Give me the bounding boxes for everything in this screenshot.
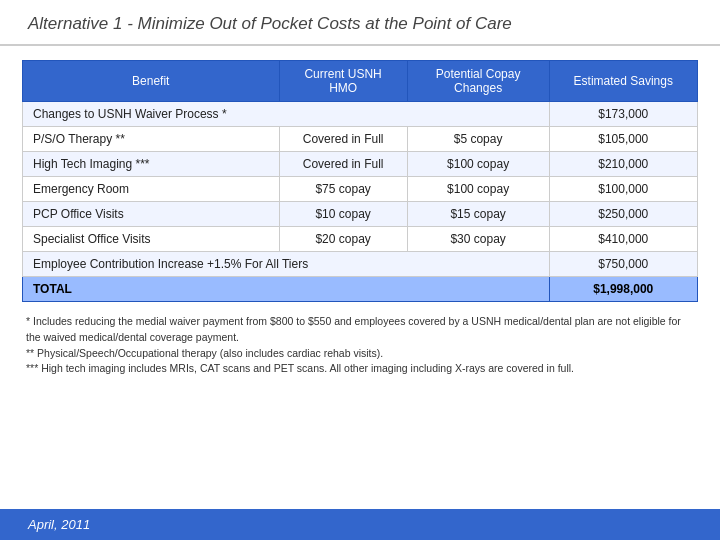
page-title: Alternative 1 - Minimize Out of Pocket C… xyxy=(28,14,692,34)
cell-benefit: High Tech Imaging *** xyxy=(23,152,280,177)
total-label: TOTAL xyxy=(23,277,550,302)
cell-current: $10 copay xyxy=(279,202,407,227)
footnote-2: ** Physical/Speech/Occupational therapy … xyxy=(26,346,694,362)
cell-copay: $15 copay xyxy=(407,202,549,227)
cell-benefit: Employee Contribution Increase +1.5% For… xyxy=(23,252,550,277)
footnote-3: *** High tech imaging includes MRIs, CAT… xyxy=(26,361,694,377)
cell-current: $20 copay xyxy=(279,227,407,252)
table-row: High Tech Imaging ***Covered in Full$100… xyxy=(23,152,698,177)
page-wrapper: Alternative 1 - Minimize Out of Pocket C… xyxy=(0,0,720,540)
footnotes: * Includes reducing the medial waiver pa… xyxy=(22,312,698,379)
cell-savings: $250,000 xyxy=(549,202,698,227)
footnote-1: * Includes reducing the medial waiver pa… xyxy=(26,314,694,346)
title-bar: Alternative 1 - Minimize Out of Pocket C… xyxy=(0,0,720,46)
footer-bar: April, 2011 xyxy=(0,509,720,540)
cell-savings: $210,000 xyxy=(549,152,698,177)
header-savings: Estimated Savings xyxy=(549,61,698,102)
table-row: Changes to USNH Waiver Process *$173,000 xyxy=(23,102,698,127)
header-benefit: Benefit xyxy=(23,61,280,102)
cell-benefit: Changes to USNH Waiver Process * xyxy=(23,102,550,127)
cell-savings: $100,000 xyxy=(549,177,698,202)
table-row: Employee Contribution Increase +1.5% For… xyxy=(23,252,698,277)
cell-copay: $30 copay xyxy=(407,227,549,252)
table-row: Emergency Room$75 copay$100 copay$100,00… xyxy=(23,177,698,202)
cell-copay: $100 copay xyxy=(407,152,549,177)
cell-copay: $100 copay xyxy=(407,177,549,202)
cell-benefit: PCP Office Visits xyxy=(23,202,280,227)
footer-date: April, 2011 xyxy=(28,517,90,532)
cell-benefit: Emergency Room xyxy=(23,177,280,202)
header-copay: Potential Copay Changes xyxy=(407,61,549,102)
cell-savings: $105,000 xyxy=(549,127,698,152)
header-current: Current USNH HMO xyxy=(279,61,407,102)
total-savings: $1,998,000 xyxy=(549,277,698,302)
table-row: PCP Office Visits$10 copay$15 copay$250,… xyxy=(23,202,698,227)
data-table: Benefit Current USNH HMO Potential Copay… xyxy=(22,60,698,302)
table-row: Specialist Office Visits$20 copay$30 cop… xyxy=(23,227,698,252)
main-content: Benefit Current USNH HMO Potential Copay… xyxy=(0,46,720,509)
cell-savings: $750,000 xyxy=(549,252,698,277)
cell-savings: $410,000 xyxy=(549,227,698,252)
cell-savings: $173,000 xyxy=(549,102,698,127)
cell-current: Covered in Full xyxy=(279,152,407,177)
total-row: TOTAL$1,998,000 xyxy=(23,277,698,302)
cell-benefit: P/S/O Therapy ** xyxy=(23,127,280,152)
table-row: P/S/O Therapy **Covered in Full$5 copay$… xyxy=(23,127,698,152)
cell-benefit: Specialist Office Visits xyxy=(23,227,280,252)
cell-current: $75 copay xyxy=(279,177,407,202)
cell-current: Covered in Full xyxy=(279,127,407,152)
cell-copay: $5 copay xyxy=(407,127,549,152)
